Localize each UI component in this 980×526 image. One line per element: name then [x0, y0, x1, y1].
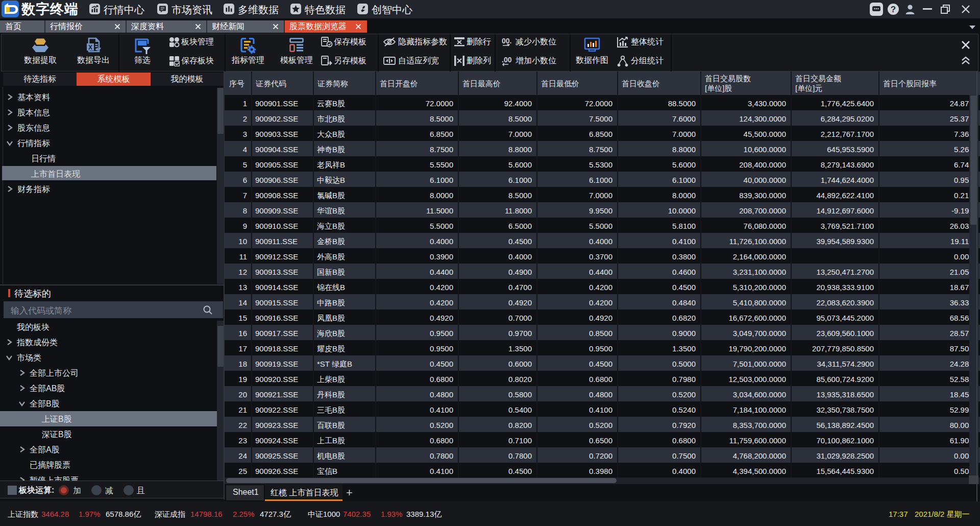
- svg-text:00.: 00.: [502, 37, 511, 45]
- svg-text:.00: .00: [502, 56, 512, 64]
- svg-text:?: ?: [891, 5, 896, 14]
- svg-text:X: X: [88, 44, 92, 51]
